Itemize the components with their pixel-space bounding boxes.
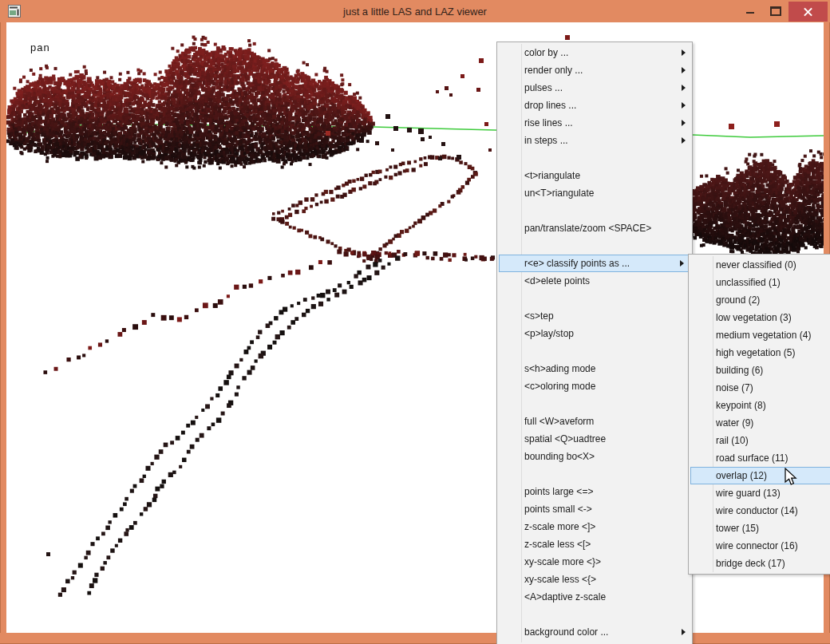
menu-item-coloring-mode[interactable]: <c>oloring mode xyxy=(497,377,692,395)
menu-item-points-small[interactable]: points small <-> xyxy=(497,500,692,518)
submenu-arrow-icon xyxy=(682,85,686,91)
submenu-arrow-icon xyxy=(682,137,686,144)
titlebar[interactable]: just a little LAS and LAZ viewer xyxy=(0,0,830,22)
submenu-arrow-icon xyxy=(680,260,684,267)
menu-item-keypoint[interactable]: keypoint (8) xyxy=(689,397,830,414)
menu-item-bounding-box[interactable]: bounding bo<X> xyxy=(497,448,692,465)
menu-separator xyxy=(497,465,692,483)
menu-item-label: tower (15) xyxy=(716,523,759,534)
menu-item-xy-scale-more[interactable]: xy-scale more <}> xyxy=(497,553,692,571)
menu-item-label: ground (2) xyxy=(716,294,760,306)
menu-item-label: noise (7) xyxy=(716,382,753,393)
menu-item-low-vegetation[interactable]: low vegetation (3) xyxy=(689,309,830,326)
menu-item-color-by[interactable]: color by ... xyxy=(497,44,692,61)
menu-item-pulses[interactable]: pulses ... xyxy=(497,79,692,97)
menu-separator xyxy=(497,290,692,307)
menu-item-in-steps[interactable]: in steps ... xyxy=(497,132,692,149)
menu-item-label: z-scale more <]> xyxy=(524,521,595,532)
menu-item-unclassified[interactable]: unclassified (1) xyxy=(689,274,830,291)
menu-item-label: r<e> classify points as ... xyxy=(524,258,630,269)
menu-separator xyxy=(497,149,692,167)
app-icon xyxy=(8,5,21,18)
menu-item-wire-connector[interactable]: wire connector (16) xyxy=(689,537,830,555)
menu-item-medium-vegetation[interactable]: medium vegetation (4) xyxy=(689,326,830,344)
menu-separator xyxy=(497,395,692,413)
menu-item-z-scale-more[interactable]: z-scale more <]> xyxy=(497,518,692,535)
minimize-icon xyxy=(746,12,754,14)
menu-item-label: xy-scale more <}> xyxy=(524,556,601,567)
menu-item-high-vegetation[interactable]: high vegetation (5) xyxy=(689,344,830,362)
menu-item-label: bridge deck (17) xyxy=(716,558,785,569)
menu-item-points-large[interactable]: points large <=> xyxy=(497,483,692,500)
menu-item-play-stop[interactable]: <p>lay/stop xyxy=(497,325,692,342)
menu-separator xyxy=(497,237,692,255)
menu-item-render-only[interactable]: render only ... xyxy=(497,61,692,79)
menu-item-label: high vegetation (5) xyxy=(716,347,795,358)
menu-item-label: wire guard (13) xyxy=(716,488,781,499)
menu-item-label: wire connector (16) xyxy=(716,540,798,551)
menu-item-rail[interactable]: rail (10) xyxy=(689,432,830,449)
menu-item-label: z-scale less <[> xyxy=(524,539,591,550)
context-menu: color by ...render only ...pulses ...dro… xyxy=(496,41,693,644)
pan-mode-label: pan xyxy=(30,41,50,53)
menu-item-label: s<h>ading mode xyxy=(524,363,595,374)
menu-item-water[interactable]: water (9) xyxy=(689,414,830,432)
menu-item-label: points large <=> xyxy=(524,486,593,497)
menu-item-label: xy-scale less <{> xyxy=(524,574,596,585)
menu-item-noise[interactable]: noise (7) xyxy=(689,379,830,397)
menu-item-road-surface[interactable]: road surface (11) xyxy=(689,449,830,467)
close-button[interactable] xyxy=(788,2,828,22)
menu-item-ground[interactable]: ground (2) xyxy=(689,291,830,309)
menu-item-label: drop lines ... xyxy=(524,100,576,111)
menu-item-pan-translate-zoom[interactable]: pan/translate/zoom <SPACE> xyxy=(497,219,692,237)
window-title: just a little LAS and LAZ viewer xyxy=(0,6,830,18)
menu-item-label: in steps ... xyxy=(524,135,568,146)
menu-item-wire-conductor[interactable]: wire conductor (14) xyxy=(689,502,830,520)
menu-item-full-waveform[interactable]: full <W>aveform xyxy=(497,413,692,430)
window-border-left xyxy=(0,22,6,644)
window-border-bottom xyxy=(0,633,830,644)
menu-item-overlap[interactable]: overlap (12) xyxy=(690,467,830,484)
menu-item-shading-mode[interactable]: s<h>ading mode xyxy=(497,360,692,377)
menu-item-label: medium vegetation (4) xyxy=(716,330,811,341)
menu-item-never-classified[interactable]: never classified (0) xyxy=(689,256,830,274)
menu-item-wire-guard[interactable]: wire guard (13) xyxy=(689,484,830,502)
menu-item-label: overlap (12) xyxy=(716,470,767,481)
app-window: just a little LAS and LAZ viewer pan col… xyxy=(0,0,830,644)
menu-item-triangulate[interactable]: <t>riangulate xyxy=(497,167,692,184)
classify-submenu: never classified (0)unclassified (1)grou… xyxy=(688,254,830,575)
menu-item-z-scale-less[interactable]: z-scale less <[> xyxy=(497,535,692,553)
menu-item-label: <p>lay/stop xyxy=(524,328,574,339)
menu-item-label: unclassified (1) xyxy=(716,277,781,288)
menu-item-background-color[interactable]: background color ... xyxy=(497,623,692,641)
menu-item-step[interactable]: <s>tep xyxy=(497,307,692,325)
menu-item-label: full <W>aveform xyxy=(524,416,594,427)
maximize-button[interactable] xyxy=(763,1,788,22)
submenu-arrow-icon xyxy=(682,67,686,73)
menu-item-untriangulate[interactable]: un<T>riangulate xyxy=(497,184,692,202)
submenu-arrow-icon xyxy=(682,629,686,635)
menu-item-spatial-quadtree[interactable]: spatial <Q>uadtree xyxy=(497,430,692,448)
menu-item-label: wire conductor (14) xyxy=(716,505,798,516)
menu-item-delete-points[interactable]: <d>elete points xyxy=(497,272,692,290)
menu-item-label: never classified (0) xyxy=(716,259,796,271)
menu-item-adaptive-z-scale[interactable]: <A>daptive z-scale xyxy=(497,588,692,606)
menu-item-label: pulses ... xyxy=(524,82,563,93)
menu-item-label: low vegetation (3) xyxy=(716,312,792,323)
menu-item-tower[interactable]: tower (15) xyxy=(689,520,830,537)
menu-item-reclassify-points-as[interactable]: r<e> classify points as ... xyxy=(499,255,690,272)
menu-item-label: rail (10) xyxy=(716,435,749,446)
menu-item-label: background color ... xyxy=(524,626,608,638)
menu-item-label: points small <-> xyxy=(524,504,592,515)
menu-item-bridge-deck[interactable]: bridge deck (17) xyxy=(689,555,830,572)
menu-item-label: <d>elete points xyxy=(524,275,590,286)
window-controls xyxy=(737,0,828,22)
menu-item-building[interactable]: building (6) xyxy=(689,362,830,379)
menu-item-xy-scale-less[interactable]: xy-scale less <{> xyxy=(497,571,692,588)
menu-separator xyxy=(497,342,692,360)
minimize-button[interactable] xyxy=(737,1,763,22)
menu-item-rise-lines[interactable]: rise lines ... xyxy=(497,114,692,132)
menu-item-drop-lines[interactable]: drop lines ... xyxy=(497,97,692,114)
menu-item-label: keypoint (8) xyxy=(716,400,766,411)
menu-item-label: render only ... xyxy=(524,65,583,76)
